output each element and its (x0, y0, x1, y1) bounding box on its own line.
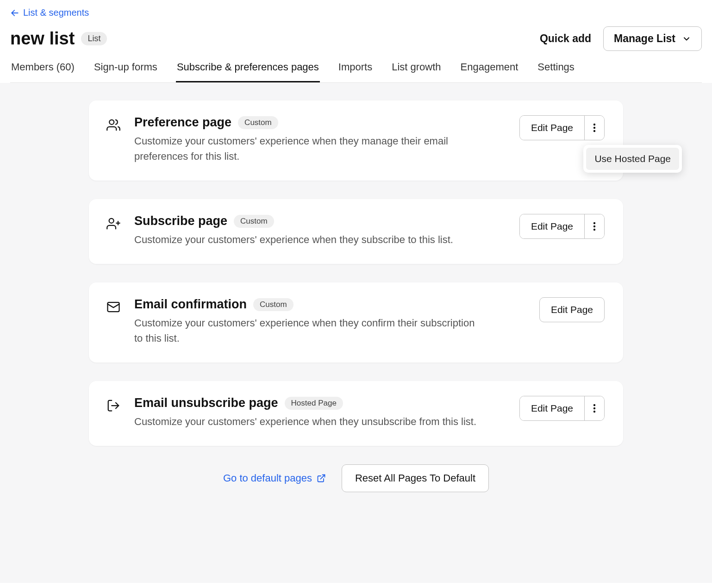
svg-point-13 (593, 404, 595, 406)
logout-icon (106, 399, 120, 413)
more-options-button[interactable] (584, 116, 604, 140)
tab-list-growth[interactable]: List growth (391, 61, 442, 82)
card-email-unsubscribe-page: Email unsubscribe pageHosted PageCustomi… (89, 381, 623, 446)
card-description: Customize your customers' experience whe… (134, 232, 481, 247)
breadcrumb-label: List & segments (23, 7, 89, 18)
breadcrumb[interactable]: List & segments (10, 7, 89, 18)
tab-members-60[interactable]: Members (60) (10, 61, 75, 82)
card-title: Email confirmation (134, 297, 247, 312)
svg-line-16 (320, 475, 325, 479)
mail-icon (106, 300, 120, 314)
quick-add-button[interactable]: Quick add (540, 32, 591, 45)
tab-subscribe-preferences-pages[interactable]: Subscribe & preferences pages (176, 61, 320, 82)
svg-point-8 (593, 222, 595, 224)
list-badge: List (81, 32, 107, 45)
card-subscribe-page: Subscribe pageCustomCustomize your custo… (89, 199, 623, 264)
svg-point-14 (593, 407, 595, 409)
manage-list-label: Manage List (614, 32, 675, 45)
arrow-left-icon (10, 8, 19, 18)
go-to-default-pages-link[interactable]: Go to default pages (223, 472, 326, 484)
card-description: Customize your customers' experience whe… (134, 133, 481, 164)
tab-engagement[interactable]: Engagement (460, 61, 519, 82)
card-title: Email unsubscribe page (134, 396, 278, 410)
card-email-confirmation: Email confirmationCustomCustomize your c… (89, 282, 623, 363)
card-action-group: Edit Page (519, 396, 605, 421)
svg-point-3 (593, 127, 595, 129)
tab-settings[interactable]: Settings (537, 61, 575, 82)
svg-point-10 (593, 229, 595, 231)
edit-page-button[interactable]: Edit Page (520, 116, 584, 140)
card-description: Customize your customers' experience whe… (134, 315, 481, 346)
svg-point-9 (593, 225, 595, 227)
edit-page-button[interactable]: Edit Page (520, 214, 584, 238)
edit-page-button[interactable]: Edit Page (539, 297, 605, 322)
reset-all-pages-button[interactable]: Reset All Pages To Default (342, 464, 489, 492)
svg-point-2 (593, 124, 595, 125)
person-plus-icon (106, 217, 120, 231)
group-icon (106, 118, 120, 132)
tab-imports[interactable]: Imports (337, 61, 373, 82)
more-vertical-icon (593, 221, 596, 232)
card-description: Customize your customers' experience whe… (134, 414, 481, 429)
card-action-group: Edit Page (519, 115, 605, 140)
svg-point-1 (109, 120, 114, 125)
card-preference-page: Preference pageCustomCustomize your cust… (89, 100, 623, 181)
go-to-default-pages-label: Go to default pages (223, 472, 312, 484)
edit-page-button[interactable]: Edit Page (520, 396, 584, 420)
external-link-icon (317, 474, 326, 483)
page-title: new list (10, 29, 75, 49)
chevron-down-icon (682, 34, 691, 44)
svg-point-5 (109, 219, 114, 223)
card-tag: Custom (234, 215, 274, 228)
more-options-dropdown: Use Hosted Page (583, 145, 682, 173)
more-vertical-icon (593, 122, 596, 133)
card-action-group: Edit Page (519, 214, 605, 239)
use-hosted-page-option[interactable]: Use Hosted Page (586, 148, 679, 170)
more-vertical-icon (593, 403, 596, 414)
tabs: Members (60)Sign-up formsSubscribe & pre… (10, 61, 702, 83)
card-title: Preference page (134, 115, 231, 130)
svg-point-4 (593, 130, 595, 132)
card-tag: Custom (253, 298, 294, 311)
card-tag: Custom (238, 116, 278, 129)
svg-point-15 (593, 411, 595, 413)
more-options-button[interactable] (584, 396, 604, 420)
more-options-button[interactable] (584, 214, 604, 238)
card-title: Subscribe page (134, 214, 227, 228)
card-tag: Hosted Page (285, 397, 343, 410)
manage-list-button[interactable]: Manage List (603, 26, 702, 51)
tab-sign-up-forms[interactable]: Sign-up forms (93, 61, 158, 82)
